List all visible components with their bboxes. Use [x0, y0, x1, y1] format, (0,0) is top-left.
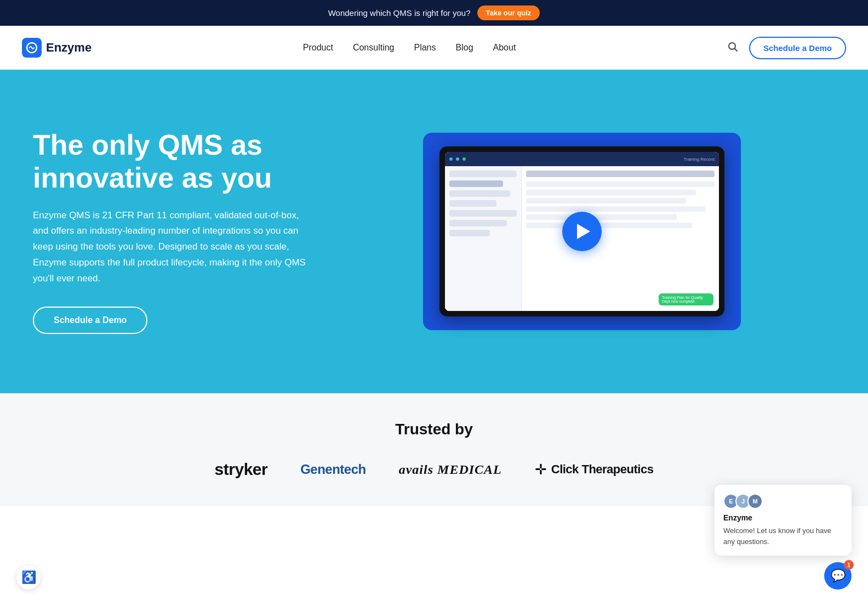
- click-therapeutics-logo: ✛ Click Therapeutics: [535, 461, 654, 478]
- genentech-logo: Genentech: [300, 462, 366, 477]
- svg-line-2: [734, 48, 737, 51]
- logo[interactable]: Enzyme: [22, 38, 92, 58]
- sidebar-row-2: [449, 180, 503, 187]
- sidebar-row-7: [449, 230, 490, 236]
- table-row-5: [526, 214, 677, 220]
- tablet-header: Training Record: [445, 152, 719, 166]
- nav-blog[interactable]: Blog: [456, 43, 473, 52]
- trusted-title: Trusted by: [22, 421, 846, 438]
- schedule-demo-hero-button[interactable]: Schedule a Demo: [33, 307, 147, 334]
- table-row-2: [526, 190, 696, 195]
- table-row-3: [526, 198, 686, 203]
- app-mockup: Training Record: [423, 133, 741, 330]
- hero-right: Training Record: [329, 133, 835, 330]
- chat-avatar-3: M: [747, 494, 763, 506]
- nav-plans[interactable]: Plans: [414, 43, 436, 52]
- click-icon: ✛: [535, 461, 547, 478]
- tablet-header-dot-3: [462, 157, 466, 161]
- banner-text: Wondering which QMS is right for you?: [328, 8, 471, 18]
- tablet-header-dot-2: [456, 157, 459, 161]
- chat-bubble-screen: Training Plan for Quality Dept now compl…: [659, 293, 713, 305]
- hero-section: The only QMS as innovative as you Enzyme…: [0, 70, 868, 393]
- nav-product[interactable]: Product: [303, 43, 333, 52]
- tablet-sidebar: [445, 166, 522, 311]
- hero-description: Enzyme QMS is 21 CFR Part 11 compliant, …: [33, 208, 307, 287]
- chat-avatars: E J M: [723, 494, 843, 506]
- nav-about[interactable]: About: [493, 43, 516, 52]
- play-icon: [577, 224, 590, 239]
- top-banner: Wondering which QMS is right for you? Ta…: [0, 0, 868, 26]
- logo-icon: [22, 38, 42, 58]
- sidebar-row-6: [449, 220, 507, 226]
- play-button[interactable]: [562, 212, 602, 251]
- hero-title: The only QMS as innovative as you: [33, 129, 329, 195]
- sidebar-row-1: [449, 171, 517, 177]
- tablet-main: Training Plan for Quality Dept now compl…: [522, 166, 719, 311]
- quiz-button[interactable]: Take our quiz: [477, 5, 540, 20]
- hero-left: The only QMS as innovative as you Enzyme…: [33, 129, 329, 334]
- schedule-demo-nav-button[interactable]: Schedule a Demo: [749, 37, 846, 59]
- nav-right: Schedule a Demo: [727, 37, 846, 59]
- chat-widget: E J M Enzyme Welcome! Let us know if you…: [715, 485, 852, 506]
- chat-popup: E J M Enzyme Welcome! Let us know if you…: [715, 485, 852, 506]
- search-button[interactable]: [727, 41, 738, 55]
- sidebar-row-4: [449, 200, 496, 207]
- avails-logo: avails MEDICAL: [399, 462, 502, 477]
- tablet-frame: Training Record: [439, 146, 724, 316]
- search-icon: [727, 41, 738, 52]
- tablet-screen: Training Record: [445, 152, 719, 311]
- navbar: Enzyme Product Consulting Plans Blog Abo…: [0, 26, 868, 70]
- tablet-header-dot-1: [449, 157, 453, 161]
- logo-text: Enzyme: [46, 41, 92, 55]
- logos-row: stryker Genentech avails MEDICAL ✛ Click…: [22, 460, 846, 479]
- table-row-1: [526, 182, 715, 187]
- nav-consulting[interactable]: Consulting: [353, 43, 395, 52]
- nav-links: Product Consulting Plans Blog About: [303, 43, 516, 53]
- table-row-4: [526, 206, 705, 212]
- table-header-row: [526, 171, 715, 177]
- table-row-6: [526, 223, 692, 228]
- sidebar-row-5: [449, 210, 517, 217]
- stryker-logo: stryker: [215, 460, 268, 479]
- sidebar-row-3: [449, 190, 510, 197]
- tablet-header-label: Training Record: [683, 157, 715, 162]
